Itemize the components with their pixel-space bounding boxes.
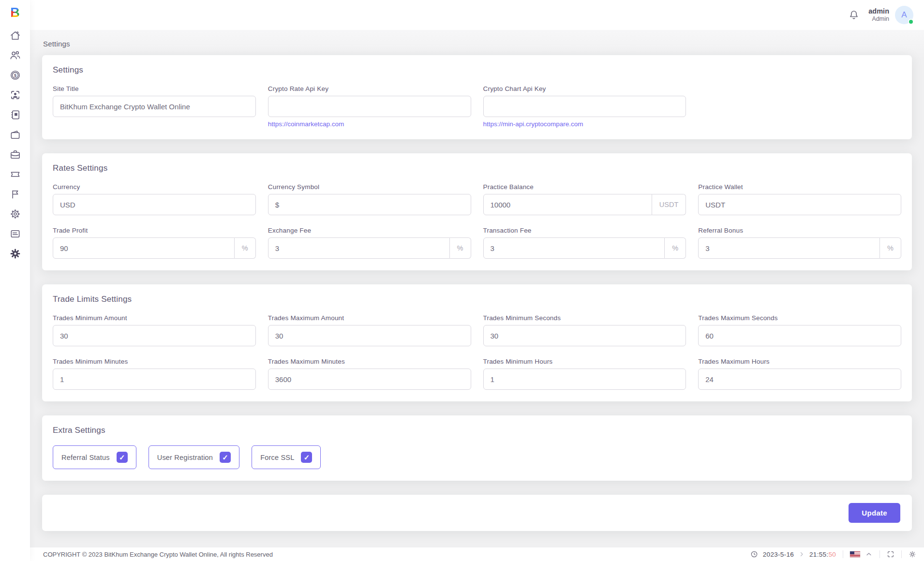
footer-time: 21:55:50 (809, 551, 836, 558)
footer: COPYRIGHT © 2023 BitKhum Exchange Crypto… (30, 547, 924, 561)
practice-balance-field: Practice Balance USDT (483, 183, 686, 215)
field-label: Trades Maximum Minutes (268, 358, 471, 365)
transaction-fee-field: Transaction Fee % (483, 227, 686, 259)
sidebar-item-tickets[interactable] (9, 170, 21, 181)
sidebar-item-reports[interactable] (9, 190, 21, 201)
site-title-input[interactable] (53, 96, 256, 117)
divider (843, 550, 843, 558)
card-heading: Rates Settings (53, 163, 901, 173)
update-button[interactable]: Update (849, 503, 900, 523)
field-label: Trades Minimum Minutes (53, 358, 256, 365)
sidebar-item-home[interactable] (9, 31, 21, 42)
avatar[interactable]: A (895, 6, 913, 24)
crypto-rate-api-input[interactable] (268, 96, 471, 117)
rates-settings-card: Rates Settings Currency Currency Symbol … (42, 153, 912, 270)
chevron-right-icon (799, 551, 805, 557)
practice-balance-input[interactable] (483, 194, 652, 215)
trades-min-minutes-input[interactable] (53, 369, 256, 390)
field-label: Transaction Fee (483, 227, 686, 234)
trades-max-minutes-field: Trades Maximum Minutes (268, 358, 471, 390)
card-heading: Trade Limits Settings (53, 295, 901, 304)
referral-status-toggle[interactable]: Referral Status ✓ (53, 445, 136, 469)
trades-min-amount-input[interactable] (53, 325, 256, 346)
trades-max-seconds-field: Trades Maximum Seconds (698, 314, 901, 346)
currency-field: Currency (53, 183, 256, 215)
input-suffix: % (235, 237, 256, 259)
user-registration-toggle[interactable]: User Registration ✓ (149, 445, 239, 469)
exchange-fee-input[interactable] (268, 237, 450, 259)
notifications-bell-icon[interactable] (848, 9, 860, 21)
sidebar-item-settings[interactable] (9, 249, 21, 260)
sidebar-item-journal[interactable] (9, 110, 21, 121)
field-label: Trades Minimum Hours (483, 358, 686, 365)
check-icon: ✓ (222, 453, 228, 462)
force-ssl-checkbox[interactable]: ✓ (301, 452, 312, 463)
divider (879, 550, 880, 558)
fullscreen-icon[interactable] (887, 550, 894, 558)
sidebar-item-preferences[interactable] (9, 209, 21, 221)
input-suffix: % (665, 237, 686, 259)
currency-symbol-input[interactable] (268, 194, 471, 215)
extra-settings-card: Extra Settings Referral Status ✓ User Re… (42, 415, 912, 481)
input-suffix: % (880, 237, 901, 259)
app-logo[interactable]: B (10, 6, 20, 19)
trades-max-seconds-input[interactable] (698, 325, 901, 346)
card-heading: Settings (53, 65, 901, 75)
trades-max-hours-field: Trades Maximum Hours (698, 358, 901, 390)
transaction-fee-input[interactable] (483, 237, 665, 259)
sidebar-item-pages[interactable] (9, 229, 21, 240)
divider (901, 550, 902, 558)
us-flag-icon[interactable] (850, 551, 860, 557)
toggle-label: Force SSL (260, 454, 294, 461)
sidebar-nav: $ (9, 31, 21, 260)
update-bar: Update (42, 495, 912, 531)
field-label: Referral Bonus (698, 227, 901, 234)
note-icon (10, 228, 21, 241)
toggle-label: User Registration (157, 454, 213, 461)
user-name: admin (868, 7, 889, 15)
referral-bonus-input[interactable] (698, 237, 880, 259)
sidebar-item-wallet[interactable] (9, 130, 21, 141)
trade-limits-card: Trade Limits Settings Trades Minimum Amo… (42, 284, 912, 401)
clock-icon (750, 550, 758, 558)
user-info: admin Admin (868, 7, 889, 23)
input-suffix: % (450, 237, 471, 259)
field-label: Currency (53, 183, 256, 191)
footer-date: 2023-5-16 (763, 551, 794, 558)
sidebar-item-accounts[interactable] (9, 90, 21, 102)
briefcase-icon (10, 149, 21, 162)
trades-max-amount-input[interactable] (268, 325, 471, 346)
chevron-up-icon[interactable] (865, 550, 873, 558)
practice-wallet-field: Practice Wallet (698, 183, 901, 215)
currency-input[interactable] (53, 194, 256, 215)
practice-wallet-input[interactable] (698, 194, 901, 215)
trade-profit-field: Trade Profit % (53, 227, 256, 259)
referral-status-checkbox[interactable]: ✓ (117, 452, 128, 463)
trades-min-amount-field: Trades Minimum Amount (53, 314, 256, 346)
trades-max-hours-input[interactable] (698, 369, 901, 390)
sidebar-item-users[interactable] (9, 51, 21, 62)
cryptocompare-link[interactable]: https://min-api.cryptocompare.com (483, 120, 686, 128)
trades-max-minutes-input[interactable] (268, 369, 471, 390)
coinmarketcap-link[interactable]: https://coinmarketcap.com (268, 120, 471, 128)
user-menu[interactable]: admin Admin A (868, 6, 913, 24)
site-title-field: Site Title (53, 85, 256, 128)
force-ssl-toggle[interactable]: Force SSL ✓ (252, 445, 321, 469)
avatar-letter: A (901, 10, 907, 20)
field-label: Trades Maximum Seconds (698, 314, 901, 322)
user-registration-checkbox[interactable]: ✓ (220, 452, 231, 463)
ticket-icon (10, 169, 21, 182)
user-frame-icon (10, 89, 21, 103)
trades-min-seconds-input[interactable] (483, 325, 686, 346)
crypto-rate-api-field: Crypto Rate Api Key https://coinmarketca… (268, 85, 471, 128)
journal-icon (10, 109, 21, 122)
flag-icon (10, 189, 21, 202)
brightness-icon[interactable] (909, 550, 916, 558)
trades-min-hours-input[interactable] (483, 369, 686, 390)
crypto-chart-api-input[interactable] (483, 96, 686, 117)
field-label: Trades Maximum Amount (268, 314, 471, 322)
sidebar-item-briefcase[interactable] (9, 150, 21, 161)
sidebar-item-currency[interactable]: $ (9, 71, 21, 82)
field-label: Practice Wallet (698, 183, 901, 191)
trade-profit-input[interactable] (53, 237, 235, 259)
